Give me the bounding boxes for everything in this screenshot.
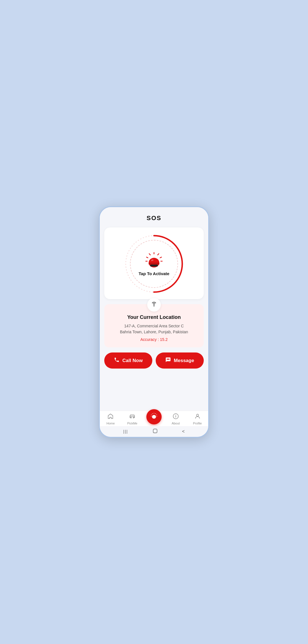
nav-pickme[interactable]: PickMe [122, 413, 143, 425]
phone-frame: SOS [99, 206, 209, 438]
nav-sos[interactable] [143, 414, 165, 424]
svg-point-15 [131, 417, 132, 418]
action-buttons: Call Now Message [104, 351, 204, 371]
svg-line-20 [156, 415, 157, 415]
back-button-icon[interactable]: < [182, 429, 185, 434]
nav-pickme-label: PickMe [127, 422, 137, 425]
alarm-icon [144, 252, 164, 269]
location-section: Your Current Location 147-A, Commercial … [104, 304, 204, 347]
svg-rect-11 [150, 264, 158, 266]
page-title: SOS [100, 214, 208, 222]
svg-rect-10 [149, 262, 159, 264]
signal-icon [151, 301, 157, 309]
svg-line-5 [160, 257, 161, 258]
svg-point-30 [196, 414, 198, 416]
svg-rect-25 [152, 417, 156, 418]
signal-icon-wrapper [147, 298, 161, 312]
location-title: Your Current Location [110, 314, 198, 320]
status-bar [100, 207, 208, 213]
about-icon [173, 413, 179, 421]
nav-sos-icon [150, 412, 158, 421]
svg-line-19 [152, 413, 153, 414]
svg-point-16 [133, 417, 134, 418]
call-now-label: Call Now [122, 358, 143, 363]
nav-sos-button[interactable] [146, 409, 162, 424]
nav-about[interactable]: About [165, 413, 186, 425]
pickme-icon [129, 413, 135, 421]
main-content: Tap To Activate Your Current Locatio [100, 225, 208, 411]
location-accuracy: Accuracy : 15.2 [110, 337, 198, 342]
svg-rect-31 [153, 429, 157, 433]
sos-circle[interactable]: Tap To Activate [124, 234, 184, 293]
svg-rect-26 [153, 418, 155, 419]
message-button[interactable]: Message [156, 352, 204, 369]
svg-line-4 [149, 254, 150, 255]
nav-profile-label: Profile [193, 422, 202, 425]
nav-about-label: About [172, 422, 180, 425]
system-nav: ||| < [100, 426, 208, 437]
message-label: Message [174, 358, 194, 363]
svg-line-3 [158, 254, 159, 255]
nav-profile[interactable]: Profile [186, 413, 208, 425]
tap-to-activate-label: Tap To Activate [139, 271, 170, 276]
sos-inner-circle: Tap To Activate [130, 240, 178, 288]
svg-line-21 [151, 415, 152, 415]
nav-home-label: Home [107, 422, 115, 425]
home-button-icon[interactable] [153, 428, 158, 435]
svg-line-6 [146, 257, 148, 258]
nav-home[interactable]: Home [100, 413, 122, 425]
phone-icon [114, 357, 120, 364]
home-icon [107, 413, 114, 421]
recent-apps-icon[interactable]: ||| [123, 429, 128, 434]
sos-card: Tap To Activate [104, 227, 204, 299]
location-address: 147-A, Commercial Area Sector C Bahria T… [110, 323, 198, 335]
message-icon [165, 357, 171, 364]
profile-icon [194, 413, 201, 421]
svg-line-18 [155, 413, 156, 414]
bottom-nav: Home PickMe [100, 411, 208, 426]
page-title-bar: SOS [100, 213, 208, 225]
call-now-button[interactable]: Call Now [104, 352, 152, 369]
